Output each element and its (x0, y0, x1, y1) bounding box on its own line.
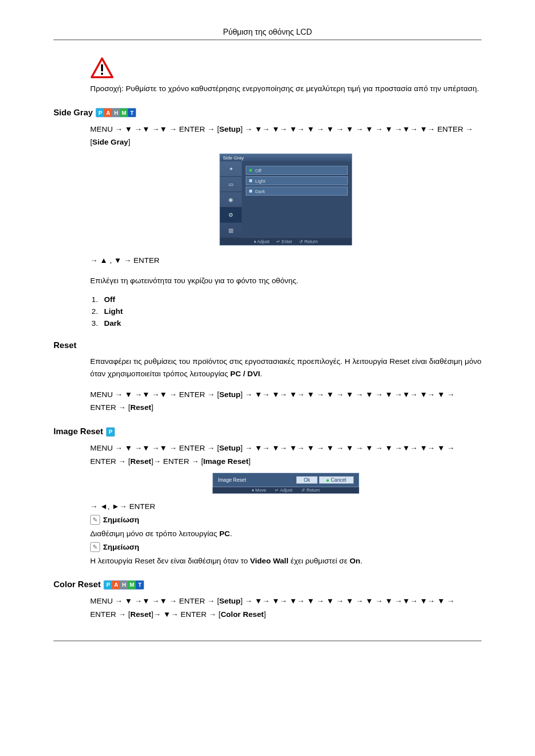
note2-text: Η λειτουργία Reset δεν είναι διαθέσιμη ό… (90, 555, 482, 567)
note1-text: Διαθέσιμη μόνο σε τρόπο λειτουργίας PC. (90, 528, 482, 540)
osd-side-icon[interactable]: ▭ (220, 177, 242, 192)
mode-tags: P A H M T (104, 580, 144, 590)
osd-option-dark[interactable]: Dark (246, 187, 348, 196)
note-label: Σημείωση (103, 515, 139, 524)
list-item: Off (100, 295, 482, 304)
osd-side-icon[interactable]: ▥ (220, 223, 242, 238)
osd-side-icon[interactable]: ⚙ (220, 207, 242, 223)
menu-path-color-reset: MENU → ▼ →▼ →▼ → ENTER → [Setup] → ▼→ ▼→… (90, 595, 482, 621)
page-title: Ρύθμιση της οθόνης LCD (54, 28, 482, 37)
side-gray-options-list: Off Light Dark (100, 295, 482, 328)
menu-path-image-reset: MENU → ▼ →▼ →▼ → ENTER → [Setup] → ▼→ ▼→… (90, 442, 482, 468)
svg-rect-2 (101, 73, 103, 75)
list-item: Dark (100, 319, 482, 328)
mode-tags: P (106, 427, 115, 437)
list-item: Light (100, 307, 482, 316)
note-label: Σημείωση (103, 543, 139, 552)
footer-rule (54, 641, 482, 641)
note-icon (90, 542, 100, 552)
image-reset-dialog: Image Reset Ok Cancel ♦ Move ↵ Adjust ↺ … (213, 473, 359, 494)
heading-image-reset: Image Reset (54, 427, 103, 437)
dialog-title: Image Reset (218, 477, 246, 483)
tag-h-icon: H (120, 581, 128, 589)
note-icon (90, 515, 100, 525)
tag-t-icon: T (136, 581, 144, 589)
tag-p-icon: P (104, 581, 112, 589)
ok-button[interactable]: Ok (296, 476, 318, 484)
tag-p-icon: P (107, 428, 114, 436)
mode-tags: P A H M T (96, 108, 136, 117)
tag-h-icon: H (112, 108, 120, 117)
caution-text: Προσοχή: Ρυθμίστε το χρόνο καθυστέρησης … (90, 83, 482, 95)
osd-side-icon[interactable]: ✦ (220, 161, 242, 177)
menu-path-reset: MENU → ▼ →▼ →▼ → ENTER → [Setup] → ▼→ ▼→… (90, 388, 482, 414)
header-rule (54, 40, 482, 40)
osd-title: Side Gray (220, 154, 352, 161)
tag-a-icon: A (112, 581, 120, 589)
tag-m-icon: M (128, 581, 136, 589)
svg-rect-1 (101, 64, 103, 71)
heading-side-gray: Side Gray (54, 108, 93, 118)
desc-reset: Επαναφέρει τις ρυθμίσεις του προϊόντος σ… (90, 355, 482, 380)
osd-option-off[interactable]: Off (246, 166, 348, 175)
caution-icon (90, 57, 482, 79)
dialog-footer: ♦ Move ↵ Adjust ↺ Return (213, 487, 359, 494)
osd-side-gray: Side Gray ✦ ▭ ◉ ⚙ ▥ Off Light Dark ♦ Adj… (219, 153, 352, 246)
post-nav-image-reset: → ◄, ►→ ENTER (90, 501, 482, 513)
osd-side-icon[interactable]: ◉ (220, 192, 242, 207)
tag-p-icon: P (96, 108, 104, 117)
osd-footer: ♦ Adjust ↵ Enter ↺ Return (220, 238, 352, 245)
menu-path-side-gray: MENU → ▼ →▼ →▼ → ENTER → [Setup] → ▼→ ▼→… (90, 123, 482, 149)
heading-color-reset: Color Reset (54, 580, 101, 590)
tag-m-icon: M (120, 108, 128, 117)
desc-side-gray: Επιλέγει τη φωτεινότητα του γκρίζου για … (90, 275, 482, 287)
tag-t-icon: T (128, 108, 136, 117)
cancel-button[interactable]: Cancel (319, 476, 354, 484)
heading-reset: Reset (54, 341, 76, 351)
tag-a-icon: A (104, 108, 112, 117)
osd-sidebar: ✦ ▭ ◉ ⚙ ▥ (220, 161, 242, 238)
osd-option-light[interactable]: Light (246, 176, 348, 185)
post-nav-side-gray: → ▲ , ▼ → ENTER (90, 254, 482, 267)
